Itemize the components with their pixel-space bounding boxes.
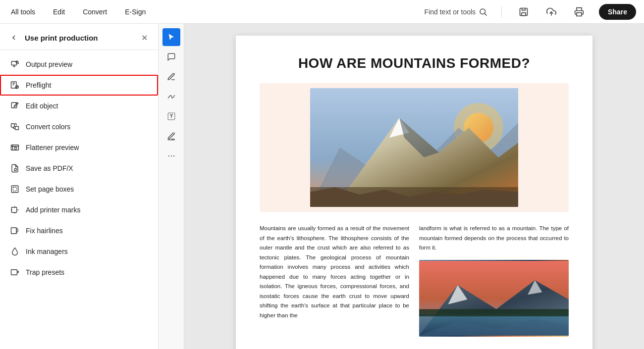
set-page-boxes-label: Set page boxes — [26, 185, 74, 193]
document-area: How are mountains formed? — [184, 24, 644, 349]
svg-rect-2 — [520, 8, 528, 15]
svg-point-7 — [16, 61, 18, 63]
svg-point-0 — [480, 9, 485, 14]
share-button[interactable]: Share — [599, 4, 636, 20]
back-button[interactable] — [8, 32, 20, 44]
sidebar-item-flattener-preview[interactable]: Flattener preview — [0, 137, 158, 158]
svg-rect-18 — [11, 207, 17, 213]
highlight-tool[interactable] — [162, 68, 180, 86]
sidebar-title: Use print production — [25, 34, 133, 42]
print-button[interactable] — [571, 4, 587, 20]
doc-body-right: landform is what is referred to as a mou… — [419, 224, 569, 253]
save-icon — [519, 7, 529, 17]
sidebar-item-fix-hairlines[interactable]: Fix hairlines — [0, 220, 158, 241]
sidebar-menu: Output preview Preflight — [0, 50, 158, 287]
svg-point-28 — [173, 155, 174, 156]
save-pdfx-label: Save as PDF/X — [26, 164, 73, 172]
fix-hairlines-icon — [10, 226, 20, 236]
mountain-svg-thumb — [419, 260, 569, 337]
nav-convert[interactable]: Convert — [80, 6, 110, 18]
svg-rect-16 — [11, 186, 18, 193]
output-preview-icon — [10, 59, 20, 69]
close-button[interactable]: ✕ — [138, 32, 150, 44]
sidebar-item-output-preview[interactable]: Output preview — [0, 54, 158, 75]
mountain-svg-main — [310, 88, 518, 207]
convert-colors-label: Convert colors — [26, 123, 70, 131]
top-nav: All tools Edit Convert E-Sign Find text … — [0, 0, 644, 24]
set-page-boxes-icon — [10, 184, 20, 194]
sidebar-item-preflight[interactable]: Preflight — [0, 75, 158, 96]
flattener-preview-label: Flattener preview — [26, 144, 79, 151]
sidebar-item-edit-object[interactable]: Edit object — [0, 96, 158, 116]
trap-presets-icon — [10, 267, 20, 277]
search-bar[interactable]: Find text or tools — [425, 7, 488, 16]
comment-tool[interactable] — [162, 48, 180, 66]
trap-presets-label: Trap presets — [26, 268, 64, 276]
svg-point-27 — [170, 155, 171, 156]
svg-point-26 — [168, 155, 169, 156]
output-preview-label: Output preview — [26, 60, 72, 68]
search-icon — [479, 7, 487, 16]
edit-object-icon — [10, 101, 20, 111]
nav-esign[interactable]: E-Sign — [122, 6, 149, 18]
mountain-image-thumb — [419, 260, 569, 337]
ink-managers-icon — [10, 247, 20, 256]
tool-strip — [159, 24, 184, 349]
save-button[interactable] — [516, 4, 532, 20]
add-printer-marks-label: Add printer marks — [26, 206, 80, 214]
svg-rect-3 — [522, 12, 526, 15]
flattener-preview-icon — [10, 143, 20, 152]
freehand-tool[interactable] — [162, 88, 180, 105]
svg-line-1 — [484, 13, 486, 15]
svg-point-14 — [14, 147, 17, 150]
nav-divider — [501, 6, 502, 18]
ink-managers-label: Ink managers — [26, 248, 68, 255]
sidebar-item-ink-managers[interactable]: Ink managers — [0, 241, 158, 262]
convert-colors-icon — [10, 122, 20, 132]
svg-rect-44 — [419, 309, 569, 316]
nav-edit[interactable]: Edit — [50, 6, 68, 18]
edit-object-label: Edit object — [26, 102, 58, 110]
doc-title: How are mountains formed? — [260, 55, 569, 71]
sidebar-header: Use print production ✕ — [0, 24, 158, 50]
svg-rect-17 — [13, 187, 17, 191]
sidebar: Use print production ✕ Output preview — [0, 24, 159, 349]
main-content: Use print production ✕ Output preview — [0, 24, 644, 349]
doc-page: How are mountains formed? — [236, 36, 592, 349]
upload-button[interactable] — [543, 4, 559, 20]
svg-rect-19 — [11, 228, 17, 234]
fix-hairlines-label: Fix hairlines — [26, 227, 63, 235]
doc-columns: Mountains are usually formed as a result… — [260, 224, 569, 337]
sidebar-item-set-page-boxes[interactable]: Set page boxes — [0, 179, 158, 199]
nav-all-tools[interactable]: All tools — [8, 6, 38, 18]
sidebar-item-save-pdfx[interactable]: Save as PDF/X — [0, 158, 158, 179]
search-label: Find text or tools — [425, 8, 476, 16]
text-tool[interactable] — [162, 107, 180, 125]
preflight-icon — [10, 80, 20, 90]
print-icon — [574, 7, 584, 17]
markup-tool[interactable] — [162, 127, 180, 145]
svg-rect-12 — [15, 126, 19, 130]
svg-rect-5 — [577, 12, 582, 16]
doc-body-left: Mountains are usually formed as a result… — [260, 224, 409, 320]
doc-right-column: landform is what is referred to as a mou… — [419, 224, 569, 337]
mountain-image-main — [310, 88, 518, 207]
sidebar-item-add-printer-marks[interactable]: Add printer marks — [0, 199, 158, 220]
select-tool[interactable] — [162, 28, 180, 46]
sidebar-item-trap-presets[interactable]: Trap presets — [0, 262, 158, 283]
save-pdfx-icon — [10, 163, 20, 173]
svg-rect-20 — [11, 270, 17, 275]
sidebar-item-convert-colors[interactable]: Convert colors — [0, 116, 158, 137]
more-tools[interactable] — [162, 147, 180, 165]
svg-rect-11 — [11, 124, 15, 127]
preflight-label: Preflight — [26, 81, 51, 89]
add-printer-marks-icon — [10, 205, 20, 215]
upload-icon — [546, 7, 556, 17]
doc-hero-image — [260, 83, 569, 212]
svg-point-15 — [14, 168, 17, 171]
